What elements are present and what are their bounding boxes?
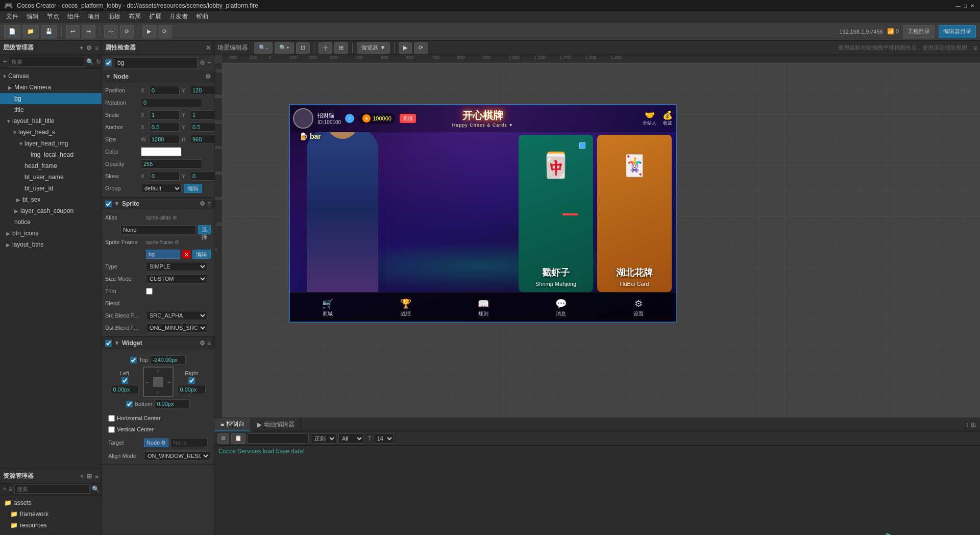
menu-help[interactable]: 帮助	[192, 11, 212, 22]
toolbar-rotate-btn[interactable]: ⟳	[120, 25, 134, 38]
refresh-scene-btn[interactable]: ⟳	[414, 42, 428, 54]
v-center-checkbox[interactable]	[108, 426, 115, 433]
inspector-settings-icon[interactable]: ⚙	[200, 59, 205, 66]
assets-item-framework[interactable]: 📁 framework	[0, 508, 102, 520]
tree-node-layer-cash-coupon[interactable]: ▶ layer_cash_coupon	[0, 205, 102, 216]
play-btn[interactable]: ▶	[142, 25, 156, 38]
nav-shop[interactable]: 🛒 商城	[322, 298, 333, 318]
tree-node-title[interactable]: title	[0, 104, 102, 115]
node-settings-icon[interactable]: ⚙	[205, 73, 211, 80]
assets-add-btn[interactable]: +	[3, 485, 7, 493]
alias-input[interactable]	[120, 225, 196, 234]
sprite-more-icon[interactable]: ≡	[207, 200, 211, 207]
tree-node-main-camera[interactable]: ▶ Main Camera	[0, 82, 102, 93]
plus-icon[interactable]: +	[3, 58, 7, 65]
tab-animation[interactable]: ▶ 动画编辑器	[251, 418, 301, 431]
maximize-btn[interactable]: □	[962, 2, 969, 9]
menu-panel[interactable]: 面板	[104, 11, 125, 22]
top-input[interactable]	[150, 355, 186, 364]
toolbar-redo-btn[interactable]: ↪	[82, 25, 95, 38]
skew-x-input[interactable]	[149, 172, 180, 181]
menu-extend[interactable]: 扩展	[145, 11, 165, 22]
hierarchy-search-input[interactable]	[9, 57, 84, 67]
tab-console[interactable]: ≡ 控制台	[214, 418, 251, 431]
assets-sort-btn[interactable]: ≡	[9, 485, 12, 493]
h-center-checkbox[interactable]	[108, 415, 115, 422]
close-btn[interactable]: ✕	[969, 2, 976, 9]
anchor-y-input[interactable]	[190, 123, 214, 132]
scale-y-input[interactable]	[190, 110, 214, 119]
group-select[interactable]: default	[141, 184, 182, 193]
right-checkbox[interactable]	[188, 377, 195, 384]
toolbar-transform-btn[interactable]: ⊹	[104, 25, 118, 38]
rotation-input[interactable]	[141, 98, 202, 107]
left-checkbox[interactable]	[121, 377, 128, 384]
toolbar-save-btn[interactable]: 💾	[41, 25, 57, 38]
console-regex-select[interactable]: 正则	[311, 433, 336, 444]
gizmo-toggle-btn[interactable]: ⊞	[334, 42, 348, 54]
tree-node-notice[interactable]: notice	[0, 216, 102, 228]
menu-layout[interactable]: 布局	[125, 11, 145, 22]
hierarchy-close-icon[interactable]: ≡	[95, 44, 99, 52]
target-tag-icon[interactable]: ⚙	[161, 440, 166, 446]
menu-project[interactable]: 项目	[84, 11, 104, 22]
card-hubei[interactable]: 🃏 湖北花牌 HuBei Card	[597, 135, 672, 292]
tree-node-btn-icons[interactable]: ▶ btn_icons	[0, 228, 102, 239]
scale-x-input[interactable]	[149, 110, 180, 119]
inspector-add-icon[interactable]: +	[207, 59, 211, 66]
inspector-close-icon[interactable]: ✕	[206, 44, 211, 52]
widget-settings-icon[interactable]: ⚙	[200, 339, 205, 347]
collapse-icon[interactable]: ↕	[966, 421, 969, 428]
group-edit-btn[interactable]: 编辑	[184, 184, 202, 193]
alias-select-btn[interactable]: 选择	[198, 225, 211, 234]
toolbar-new-btn[interactable]: 📄	[4, 25, 20, 38]
position-y-input[interactable]	[190, 86, 214, 95]
console-clear-btn[interactable]: ⊘	[217, 433, 229, 444]
tree-node-head-frame[interactable]: head_frame	[0, 160, 102, 172]
browser-btn[interactable]: 游览器 ▼	[357, 42, 390, 54]
node-name-input[interactable]: bg	[114, 57, 198, 68]
console-filter-btn[interactable]: 📋	[231, 433, 246, 444]
assets-item-resources[interactable]: 📁 resources	[0, 520, 102, 531]
color-swatch[interactable]	[141, 147, 182, 156]
search-icon[interactable]: 🔍	[86, 58, 94, 65]
recharge-btn[interactable]: 充值	[400, 114, 416, 123]
edit-layout-btn[interactable]: 编辑器目录	[939, 25, 976, 38]
tree-node-bt-user-id[interactable]: bt_user_id	[0, 183, 102, 194]
widget-more-icon[interactable]: ≡	[207, 339, 211, 347]
tree-node-bt-user-name[interactable]: bt_user_name	[0, 172, 102, 183]
maximize-icon[interactable]: ⊞	[971, 421, 976, 428]
hierarchy-settings-icon[interactable]: ⚙	[86, 44, 92, 52]
toolbar-open-btn[interactable]: 📁	[22, 25, 39, 38]
play-scene-btn[interactable]: ▶	[399, 42, 412, 54]
toolbar-undo-btn[interactable]: ↩	[66, 25, 80, 38]
assets-search-icon[interactable]: 🔍	[92, 485, 100, 493]
bottom-checkbox[interactable]	[126, 401, 133, 407]
project-dir-btn[interactable]: 工程目录	[903, 25, 935, 38]
refresh-icon[interactable]: ↻	[96, 58, 101, 65]
tree-node-bg[interactable]: bg	[0, 93, 102, 104]
tree-node-layout-btns[interactable]: ▶ layout_btns	[0, 239, 102, 250]
nav-settings[interactable]: ⚙ 设置	[633, 298, 644, 318]
menu-file[interactable]: 文件	[2, 11, 22, 22]
tree-node-img-local-head[interactable]: img_local_head	[0, 149, 102, 160]
align-mode-select[interactable]: ON_WINDOW_RESIZE ONCE ALWAYS	[144, 451, 210, 460]
menu-dev[interactable]: 开发者	[165, 11, 192, 22]
size-w-input[interactable]	[149, 135, 180, 144]
console-level-select[interactable]: All	[338, 433, 364, 444]
nav-record[interactable]: 🏆 战绩	[400, 298, 411, 318]
card-shrimp-mahjong[interactable]: 🀄 → 戳虾子 Shrimp Mahjong	[519, 135, 593, 292]
node-section-header[interactable]: ▼ Node ⚙	[102, 70, 214, 83]
tree-node-layer-head-img[interactable]: ▼ layer_head_img	[0, 138, 102, 149]
nav-chat[interactable]: 💬 消息	[555, 298, 567, 318]
tree-node-layer-head-s[interactable]: ▼ layer_head_s	[0, 127, 102, 138]
size-mode-select[interactable]: CUSTOM TRIMMED RAW	[146, 274, 207, 283]
sprite-enable-checkbox[interactable]	[105, 201, 112, 207]
top-checkbox[interactable]	[130, 357, 137, 363]
scene-toolbar-more-icon[interactable]: ≡	[973, 44, 977, 52]
menu-component[interactable]: 组件	[63, 11, 84, 22]
assets-close-icon[interactable]: ≡	[95, 473, 99, 480]
position-x-input[interactable]	[149, 86, 180, 95]
zoom-out-btn[interactable]: 🔍-	[254, 42, 273, 54]
left-input[interactable]	[111, 385, 139, 394]
